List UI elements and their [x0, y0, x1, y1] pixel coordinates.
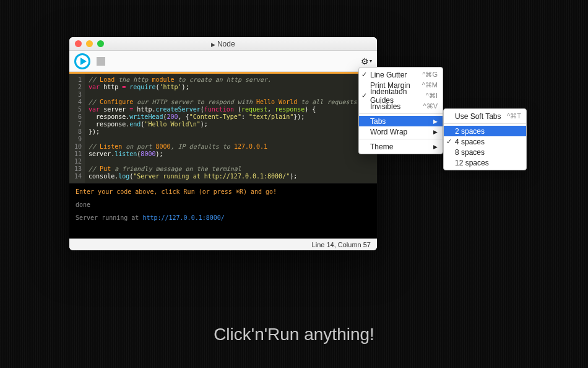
- code-editor[interactable]: 1234567891011121314 // Load the http mod…: [69, 74, 377, 183]
- menu-item-label: Invisibles: [370, 102, 400, 111]
- menu-item-label: 8 spaces: [455, 148, 485, 157]
- chevron-down-icon: ▾: [370, 58, 372, 64]
- tabs-submenu-item[interactable]: 8 spaces: [444, 147, 526, 157]
- menu-separator: [444, 123, 526, 124]
- settings-menu-button[interactable]: ⚙▾: [361, 56, 372, 66]
- settings-menu-item[interactable]: Word Wrap▶: [359, 126, 443, 137]
- menu-item-label: 4 spaces: [455, 138, 485, 146]
- menu-item-label: Theme: [370, 142, 393, 151]
- stop-button[interactable]: [97, 57, 105, 66]
- settings-menu-item[interactable]: Line Gutter^⌘G: [359, 69, 443, 80]
- console-hint: Enter your code above, click Run (or pre…: [76, 188, 371, 195]
- settings-menu: Line Gutter^⌘GPrint Margin^⌘MIndentation…: [358, 67, 443, 154]
- tabs-submenu: Use Soft Tabs^⌘T2 spaces4 spaces8 spaces…: [443, 108, 527, 170]
- console-url[interactable]: http://127.0.0.1:8000/: [142, 214, 224, 221]
- tabs-submenu-item[interactable]: 2 spaces: [444, 126, 526, 136]
- menu-separator: [359, 113, 443, 114]
- tagline: Click'n'Run anything!: [0, 325, 588, 344]
- menu-shortcut: ^⌘V: [423, 102, 438, 110]
- status-bar: Line 14, Column 57: [69, 239, 377, 250]
- run-button[interactable]: [74, 53, 90, 69]
- line-gutter: 1234567891011121314: [69, 74, 85, 183]
- menu-item-label: Line Gutter: [370, 71, 407, 79]
- window-title: Node: [69, 40, 377, 48]
- settings-menu-item[interactable]: Invisibles^⌘V: [359, 101, 443, 112]
- menu-shortcut: ^⌘G: [422, 71, 438, 79]
- submenu-arrow-icon: ▶: [433, 129, 438, 135]
- tabs-submenu-item[interactable]: 4 spaces: [444, 136, 526, 147]
- settings-menu-item[interactable]: Tabs▶: [359, 116, 443, 126]
- tabs-submenu-item[interactable]: 12 spaces: [444, 157, 526, 168]
- settings-menu-item[interactable]: Theme▶: [359, 141, 443, 152]
- app-window: Node ⚙▾ 1234567891011121314 // Load the …: [69, 37, 377, 250]
- menu-item-label: Word Wrap: [370, 128, 407, 136]
- toolbar: ⚙▾: [69, 51, 377, 72]
- menu-separator: [359, 139, 443, 139]
- tabs-submenu-item[interactable]: Use Soft Tabs^⌘T: [444, 111, 526, 121]
- settings-menu-item[interactable]: Indentation Guides^⌘I: [359, 90, 443, 101]
- console-line: done: [76, 201, 371, 208]
- titlebar[interactable]: Node: [69, 37, 377, 51]
- submenu-arrow-icon: ▶: [433, 144, 438, 150]
- code-content[interactable]: // Load the http module to create an htt…: [85, 74, 365, 183]
- menu-item-label: Use Soft Tabs: [455, 112, 501, 121]
- menu-item-label: Tabs: [370, 117, 386, 126]
- submenu-arrow-icon: ▶: [433, 118, 438, 125]
- menu-item-label: 2 spaces: [455, 127, 485, 136]
- gear-icon: ⚙: [361, 56, 369, 66]
- console-output: Enter your code above, click Run (or pre…: [69, 183, 377, 239]
- console-line: Server running at http://127.0.0.1:8000/: [76, 214, 371, 221]
- menu-shortcut: ^⌘T: [507, 112, 521, 120]
- menu-shortcut: ^⌘I: [426, 92, 438, 100]
- menu-item-label: 12 spaces: [455, 159, 489, 167]
